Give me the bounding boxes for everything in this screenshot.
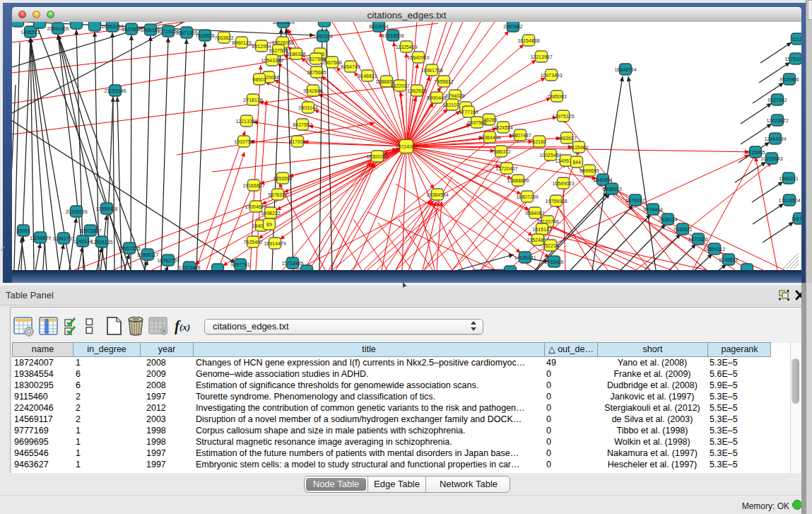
svg-text:5878332: 5878332 xyxy=(268,192,287,197)
svg-text:3824554: 3824554 xyxy=(493,125,512,130)
svg-text:9242848: 9242848 xyxy=(303,88,322,93)
svg-text:1322037: 1322037 xyxy=(390,83,409,88)
svg-text:19384554: 19384554 xyxy=(426,192,448,197)
svg-text:6938923: 6938923 xyxy=(602,187,621,192)
svg-text:2087682: 2087682 xyxy=(503,24,522,29)
svg-text:89: 89 xyxy=(266,222,272,227)
svg-text:19166827: 19166827 xyxy=(242,183,264,188)
svg-text:10975887: 10975887 xyxy=(79,228,101,233)
svg-text:9245612: 9245612 xyxy=(719,257,738,262)
svg-text:844: 844 xyxy=(572,160,581,165)
svg-text:1145134: 1145134 xyxy=(73,239,93,244)
svg-text:16640910: 16640910 xyxy=(407,55,429,60)
svg-text:7663822: 7663822 xyxy=(214,35,233,40)
svg-text:6794028: 6794028 xyxy=(445,93,464,98)
svg-text:12942737: 12942737 xyxy=(52,236,74,241)
svg-text:10654112: 10654112 xyxy=(704,247,726,252)
svg-text:15720407: 15720407 xyxy=(495,166,517,171)
svg-text:1010755: 1010755 xyxy=(234,139,253,144)
svg-text:16782759: 16782759 xyxy=(157,258,179,263)
svg-text:1640954: 1640954 xyxy=(593,177,612,182)
svg-text:12505135: 12505135 xyxy=(90,240,112,245)
svg-text:9529966: 9529966 xyxy=(779,77,799,82)
svg-text:3875685: 3875685 xyxy=(307,70,326,75)
svg-text:7515526: 7515526 xyxy=(195,33,214,38)
svg-text:10210643: 10210643 xyxy=(760,156,782,161)
svg-text:817004: 817004 xyxy=(289,139,305,144)
svg-text:9146821: 9146821 xyxy=(358,74,377,78)
svg-text:12213967: 12213967 xyxy=(530,54,552,59)
svg-text:1621072: 1621072 xyxy=(442,103,461,107)
svg-text:15716485: 15716485 xyxy=(281,261,303,266)
svg-text:17016504: 17016504 xyxy=(778,198,800,203)
svg-text:12033872: 12033872 xyxy=(766,118,788,123)
svg-text:7386372: 7386372 xyxy=(491,149,510,154)
svg-text:17957225: 17957225 xyxy=(118,246,140,251)
svg-text:2803144: 2803144 xyxy=(298,105,317,110)
svg-text:8990448: 8990448 xyxy=(427,95,446,100)
svg-text:9474444: 9474444 xyxy=(643,207,662,212)
svg-text:11325419: 11325419 xyxy=(396,45,418,49)
svg-text:2935114: 2935114 xyxy=(659,217,678,222)
svg-text:1405572: 1405572 xyxy=(20,30,40,35)
svg-text:10807487: 10807487 xyxy=(509,133,531,138)
svg-text:8813054: 8813054 xyxy=(369,24,388,29)
svg-text:(x): (x) xyxy=(180,322,190,332)
svg-text:16671355: 16671355 xyxy=(175,30,197,35)
svg-text:20206526: 20206526 xyxy=(65,209,87,214)
svg-text:18724007: 18724007 xyxy=(395,144,417,149)
svg-text:9327506: 9327506 xyxy=(269,48,288,53)
svg-text:16154838: 16154838 xyxy=(517,38,539,43)
svg-text:8454749: 8454749 xyxy=(341,64,360,69)
svg-text:10958117: 10958117 xyxy=(137,252,159,257)
svg-text:116753: 116753 xyxy=(792,216,801,221)
svg-text:10025458: 10025458 xyxy=(539,153,561,158)
svg-text:5498222: 5498222 xyxy=(261,211,280,216)
svg-text:19218506: 19218506 xyxy=(382,33,404,38)
svg-text:12444194: 12444194 xyxy=(764,136,786,141)
svg-text:16961758: 16961758 xyxy=(420,68,442,73)
svg-text:16648784: 16648784 xyxy=(614,67,636,72)
svg-text:12975125: 12975125 xyxy=(552,114,574,119)
svg-text:1569231: 1569231 xyxy=(779,176,798,181)
svg-text:2967608: 2967608 xyxy=(322,60,341,65)
svg-text:3215955: 3215955 xyxy=(746,150,765,155)
svg-text:9227342: 9227342 xyxy=(767,98,787,103)
svg-text:17359928: 17359928 xyxy=(95,206,117,211)
svg-text:19756928: 19756928 xyxy=(545,199,567,204)
svg-text:6899695: 6899695 xyxy=(579,168,599,173)
svg-text:35001: 35001 xyxy=(16,228,30,233)
svg-text:2718176: 2718176 xyxy=(243,98,262,103)
svg-text:98901: 98901 xyxy=(252,77,266,82)
svg-text:1733426: 1733426 xyxy=(544,259,563,264)
svg-text:14136141: 14136141 xyxy=(514,255,536,260)
svg-text:9463627: 9463627 xyxy=(557,136,576,141)
svg-text:252214: 252214 xyxy=(542,243,558,248)
svg-text:12923448: 12923448 xyxy=(178,265,200,270)
svg-text:1527602: 1527602 xyxy=(122,27,141,32)
svg-text:9657791: 9657791 xyxy=(230,262,249,267)
svg-text:18807299: 18807299 xyxy=(516,194,538,199)
svg-text:7632621: 7632621 xyxy=(673,227,692,232)
svg-text:10688609: 10688609 xyxy=(507,178,529,183)
svg-text:8186328: 8186328 xyxy=(286,52,305,57)
svg-text:7485063: 7485063 xyxy=(547,94,566,99)
svg-text:9584067: 9584067 xyxy=(525,211,544,216)
svg-text:7625402: 7625402 xyxy=(243,240,262,245)
svg-text:12213369: 12213369 xyxy=(235,119,257,124)
svg-text:10653267: 10653267 xyxy=(101,24,123,29)
svg-text:62160: 62160 xyxy=(532,139,546,144)
svg-text:20691406: 20691406 xyxy=(47,26,69,31)
svg-text:6879197: 6879197 xyxy=(625,198,645,203)
svg-text:10543382: 10543382 xyxy=(261,58,283,63)
svg-text:1112: 1112 xyxy=(792,37,801,42)
svg-text:11156829: 11156829 xyxy=(30,235,51,240)
svg-text:20364436: 20364436 xyxy=(478,135,500,140)
svg-text:10973493: 10973493 xyxy=(540,73,562,78)
svg-text:1362635: 1362635 xyxy=(407,88,426,93)
svg-text:6497568: 6497568 xyxy=(467,120,486,125)
svg-text:16549023: 16549023 xyxy=(552,181,574,186)
svg-text:8471626: 8471626 xyxy=(688,237,707,242)
svg-text:1615132: 1615132 xyxy=(532,227,551,232)
svg-text:16914479: 16914479 xyxy=(264,241,286,246)
